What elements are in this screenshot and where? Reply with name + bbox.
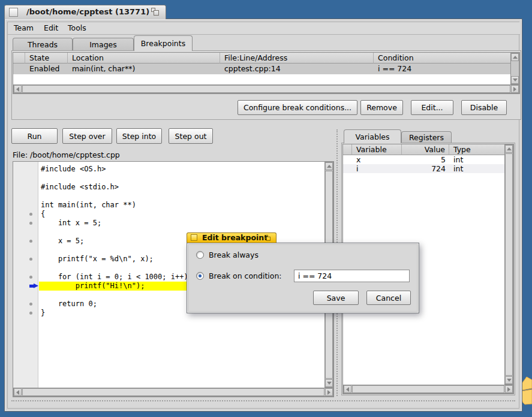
break-always-radio[interactable] <box>196 251 204 259</box>
source-line-text <box>39 228 41 236</box>
disable-button[interactable]: Disable <box>461 100 507 115</box>
remove-button[interactable]: Remove <box>360 100 403 115</box>
tab-breakpoints[interactable]: Breakpoints <box>134 35 193 51</box>
zoom-icon[interactable] <box>265 235 271 241</box>
dialog-title: Edit breakpoint <box>202 233 267 243</box>
breakpoints-table[interactable]: State Location File:Line/Address Conditi… <box>13 52 520 94</box>
break-on-condition-radio[interactable] <box>196 272 204 280</box>
scroll-up-icon[interactable] <box>505 145 513 153</box>
source-line-text: int main(int, char **) <box>39 201 136 209</box>
scrollbar-thumb[interactable] <box>505 153 513 376</box>
cancel-button[interactable]: Cancel <box>366 291 411 305</box>
source-line-text: { <box>39 210 45 218</box>
scroll-right-icon[interactable] <box>505 385 513 393</box>
step-over-button[interactable]: Step over <box>62 128 112 144</box>
scroll-up-icon[interactable] <box>511 53 519 61</box>
column-header-file[interactable]: File:Line/Address <box>220 53 374 64</box>
scroll-down-icon[interactable] <box>511 76 519 84</box>
dialog-title-tab[interactable]: Edit breakpoint <box>187 232 276 243</box>
file-path-label: File: /boot/home/cpptest.cpp <box>13 150 120 159</box>
scroll-left-icon[interactable] <box>14 388 22 396</box>
tab-variables[interactable]: Variables <box>344 129 401 143</box>
breakpoint-gutter[interactable] <box>13 162 38 388</box>
source-line[interactable]: int main(int, char **) <box>39 201 324 210</box>
close-icon[interactable] <box>191 234 197 241</box>
step-out-button[interactable]: Step out <box>169 128 213 144</box>
breakpoint-dot-icon[interactable] <box>29 303 32 306</box>
breakpoints-horizontal-scrollbar[interactable] <box>13 84 519 93</box>
breakpoint-dot-icon[interactable] <box>29 240 32 243</box>
debugger-window: Team Edit Tools Threads Images Breakpoin… <box>4 19 522 412</box>
scroll-down-icon[interactable] <box>325 379 333 387</box>
source-line-text: printf("Hi!\n"); <box>39 282 145 290</box>
scroll-right-icon[interactable] <box>325 388 333 396</box>
variable-type: int <box>449 164 463 173</box>
tab-threads[interactable]: Threads <box>13 38 73 50</box>
source-line[interactable]: #include <OS.h> <box>39 165 324 174</box>
source-line[interactable] <box>39 228 324 237</box>
breakpoint-row[interactable]: Enabled main(int, char**) cpptest.cpp:14… <box>13 64 510 74</box>
source-line[interactable]: { <box>39 210 324 219</box>
column-header-value[interactable]: Value <box>402 144 449 155</box>
edit-button[interactable]: Edit... <box>411 100 453 115</box>
column-header-state[interactable]: State <box>25 53 68 64</box>
tab-registers[interactable]: Registers <box>401 131 452 143</box>
breakpoint-dot-icon[interactable] <box>29 213 32 216</box>
source-line-text: for (int i = 0; i < 1000; i++) <box>39 273 188 281</box>
source-line-text <box>39 264 41 272</box>
source-line-text <box>39 291 41 299</box>
current-statement-arrow-icon <box>29 283 38 289</box>
source-line[interactable]: int x = 5; <box>39 219 324 228</box>
breakpoint-state: Enabled <box>25 64 60 74</box>
tab-images[interactable]: Images <box>73 38 134 50</box>
close-icon[interactable] <box>9 8 18 17</box>
variables-vertical-scrollbar[interactable] <box>504 144 513 385</box>
scrollbar-thumb[interactable] <box>22 388 324 396</box>
breakpoints-vertical-scrollbar[interactable] <box>510 53 519 84</box>
column-header-variable[interactable]: Variable <box>352 144 402 155</box>
source-horizontal-scrollbar[interactable] <box>13 388 333 397</box>
column-header-location[interactable]: Location <box>68 53 220 64</box>
menu-edit[interactable]: Edit <box>41 22 61 34</box>
scroll-up-icon[interactable] <box>325 162 333 170</box>
breakpoint-dot-icon[interactable] <box>29 222 32 225</box>
column-header-blank[interactable] <box>343 144 352 155</box>
scrollbar-thumb[interactable] <box>22 85 510 93</box>
desktop: /boot/home/cpptest (13771) Team Edit Too… <box>0 0 532 417</box>
breakpoint-location: main(int, char**) <box>68 64 135 74</box>
source-line-text <box>39 192 41 200</box>
menu-tools[interactable]: Tools <box>65 22 89 34</box>
scroll-left-icon[interactable] <box>14 85 22 93</box>
scroll-left-icon[interactable] <box>344 385 351 393</box>
variable-type: int <box>449 155 463 164</box>
source-line[interactable] <box>39 192 324 201</box>
source-line[interactable]: #include <stdio.h> <box>39 183 324 192</box>
step-into-button[interactable]: Step into <box>116 128 162 144</box>
scrollbar-thumb[interactable] <box>352 385 504 393</box>
variable-row[interactable]: x 5 int <box>343 155 504 164</box>
zoom-icon[interactable] <box>151 8 160 16</box>
scroll-right-icon[interactable] <box>511 85 519 93</box>
menu-team[interactable]: Team <box>11 22 36 34</box>
column-header-condition[interactable]: Condition <box>374 53 510 64</box>
variable-row[interactable]: i 724 int <box>343 164 504 173</box>
break-on-condition-label: Break on condition: <box>209 271 282 280</box>
save-button[interactable]: Save <box>313 291 359 305</box>
pane-splitter-horizontal[interactable] <box>11 400 515 401</box>
variable-value: 5 <box>402 155 449 164</box>
variable-value: 724 <box>402 164 449 173</box>
breakpoint-dot-icon[interactable] <box>29 258 32 261</box>
variable-name: i <box>352 164 358 173</box>
breakpoint-dot-icon[interactable] <box>29 312 32 315</box>
source-line[interactable] <box>39 174 324 183</box>
variables-horizontal-scrollbar[interactable] <box>343 385 513 394</box>
scroll-down-icon[interactable] <box>505 376 513 384</box>
window-title-tab[interactable]: /boot/home/cpptest (13771) <box>4 5 166 19</box>
breakpoint-file: cpptest.cpp:14 <box>220 64 281 74</box>
column-header-blank[interactable] <box>13 53 25 64</box>
condition-input[interactable] <box>294 270 410 282</box>
column-header-type[interactable]: Type <box>449 144 504 155</box>
run-button[interactable]: Run <box>11 128 58 144</box>
breakpoint-dot-icon[interactable] <box>29 276 32 279</box>
configure-break-conditions-button[interactable]: Configure break conditions... <box>238 100 357 115</box>
